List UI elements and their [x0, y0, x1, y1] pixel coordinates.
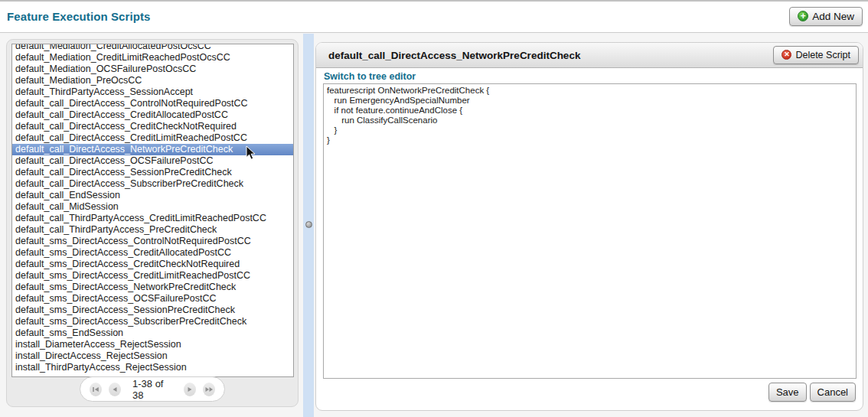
- list-item[interactable]: default_call_DirectAccess_CreditLimitRea…: [12, 132, 293, 144]
- plus-icon: +: [798, 11, 808, 21]
- editor-actions: Save Cancel: [768, 383, 856, 402]
- list-item[interactable]: default_sms_DirectAccess_CreditCheckNotR…: [12, 259, 293, 270]
- script-list-panel: default_Mediation_CreditAllocatedPostOcs…: [6, 39, 299, 407]
- list-item[interactable]: default_sms_DirectAccess_OCSFailurePostC…: [12, 293, 293, 305]
- panel-splitter[interactable]: [303, 34, 314, 417]
- last-page-icon[interactable]: [203, 383, 215, 396]
- script-list-box: default_Mediation_CreditAllocatedPostOcs…: [11, 44, 294, 377]
- prev-page-icon[interactable]: [109, 383, 121, 396]
- list-item[interactable]: default_call_DirectAccess_SessionPreCred…: [12, 167, 293, 178]
- add-new-button-label: Add New: [812, 11, 854, 22]
- list-item[interactable]: default_sms_DirectAccess_SubscriberPreCr…: [12, 316, 293, 327]
- cancel-button[interactable]: Cancel: [810, 383, 856, 402]
- script-list: default_Mediation_CreditAllocatedPostOcs…: [12, 44, 293, 373]
- feature-execution-scripts-page: Feature Execution Scripts + Add New defa…: [0, 0, 868, 417]
- list-item[interactable]: default_call_DirectAccess_ControlNotRequ…: [12, 98, 293, 109]
- list-item[interactable]: default_call_MidSession: [12, 201, 293, 213]
- app-header: Feature Execution Scripts + Add New: [0, 2, 868, 33]
- delete-icon: ✕: [782, 50, 791, 60]
- first-page-icon[interactable]: [90, 383, 102, 396]
- list-item[interactable]: default_call_ThirdPartyAccess_CreditLimi…: [12, 213, 293, 224]
- list-item[interactable]: install_ThirdPartyAccess_RejectSession: [12, 362, 293, 373]
- delete-script-button-label: Delete Script: [795, 50, 850, 60]
- list-item[interactable]: default_call_ThirdPartyAccess_PreCreditC…: [12, 224, 293, 236]
- list-item[interactable]: default_sms_DirectAccess_ControlNotRequi…: [12, 236, 293, 247]
- pagination-range-label: 1-38 of 38: [128, 378, 177, 401]
- list-item[interactable]: default_sms_DirectAccess_NetworkPreCredi…: [12, 282, 293, 293]
- list-item[interactable]: default_sms_DirectAccess_SessionPreCredi…: [12, 305, 293, 316]
- editor-header: default_call_DirectAccess_NetworkPreCred…: [316, 43, 863, 68]
- editor-title: default_call_DirectAccess_NetworkPreCred…: [328, 50, 580, 61]
- list-item[interactable]: default_Mediation_PreOcsCC: [12, 75, 293, 86]
- pagination-bar: 1-38 of 38: [80, 376, 225, 402]
- page-title: Feature Execution Scripts: [7, 10, 151, 23]
- script-editor-panel: default_call_DirectAccess_NetworkPreCred…: [315, 42, 863, 411]
- list-item[interactable]: default_sms_DirectAccess_CreditLimitReac…: [12, 270, 293, 282]
- list-item[interactable]: install_DiameterAccess_RejectSession: [12, 339, 293, 350]
- list-item[interactable]: default_Mediation_CreditAllocatedPostOcs…: [12, 44, 293, 52]
- list-item[interactable]: default_call_DirectAccess_CreditAllocate…: [12, 109, 293, 121]
- list-item[interactable]: default_call_DirectAccess_NetworkPreCred…: [12, 144, 293, 155]
- list-item[interactable]: default_Mediation_CreditLimitReachedPost…: [12, 52, 293, 64]
- list-item[interactable]: default_call_DirectAccess_OCSFailurePost…: [12, 155, 293, 167]
- list-item[interactable]: default_ThirdPartyAccess_SessionAccept: [12, 86, 293, 98]
- list-item[interactable]: default_sms_EndSession: [12, 327, 293, 339]
- save-button[interactable]: Save: [768, 383, 807, 402]
- list-item[interactable]: install_DirectAccess_RejectSession: [12, 350, 293, 362]
- switch-to-tree-editor-link[interactable]: Switch to tree editor: [324, 71, 416, 82]
- list-item[interactable]: default_call_DirectAccess_CreditCheckNot…: [12, 121, 293, 132]
- list-item[interactable]: default_Mediation_OCSFailurePostOcsCC: [12, 64, 293, 75]
- add-new-button[interactable]: + Add New: [789, 7, 863, 26]
- delete-script-button[interactable]: ✕ Delete Script: [773, 46, 859, 64]
- next-page-icon[interactable]: [184, 383, 196, 396]
- script-code-editor[interactable]: featurescript OnNetworkPreCreditCheck { …: [323, 83, 857, 379]
- list-item[interactable]: default_call_EndSession: [12, 190, 293, 201]
- list-item[interactable]: default_call_DirectAccess_SubscriberPreC…: [12, 178, 293, 190]
- splitter-grip-icon[interactable]: [305, 221, 312, 228]
- list-item[interactable]: default_sms_DirectAccess_CreditAllocated…: [12, 247, 293, 259]
